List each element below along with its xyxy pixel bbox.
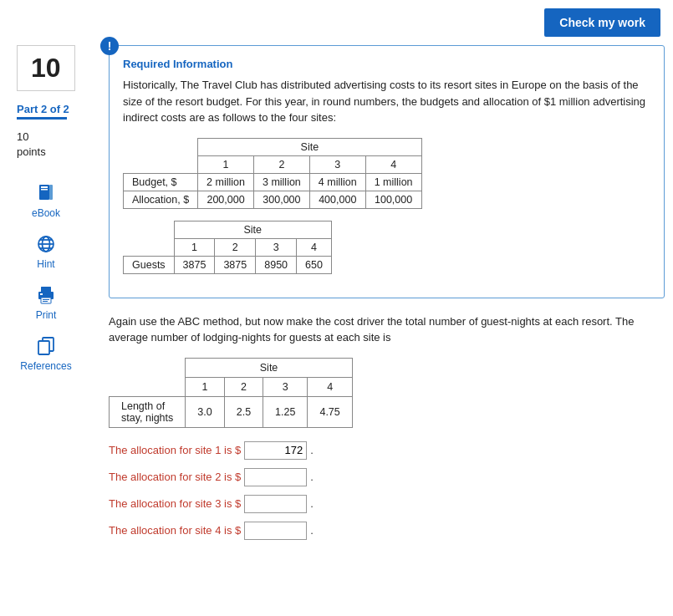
alloc-row-3: The allocation for site 3 is $ . (109, 495, 665, 513)
stay-table: Site 1 2 3 4 Length of stay, nights 3.0 … (109, 358, 353, 428)
svg-rect-1 (41, 186, 48, 188)
alloc-label-1: The allocation for site 1 is $ (109, 444, 241, 456)
alloc-row-1: The allocation for site 1 is $ . (109, 441, 665, 460)
guests-val-2: 3875 (215, 256, 256, 273)
stay-site-1: 1 (186, 377, 224, 396)
alloc-dot-4: . (310, 524, 314, 537)
info-box: ! Required Information Historically, The… (109, 45, 665, 298)
question-number: 10 (17, 45, 75, 91)
points-label: 10 points (17, 130, 46, 160)
info-title: Required Information (123, 58, 650, 70)
question-text: Again use the ABC method, but now make t… (109, 313, 665, 346)
guests-site-4: 4 (297, 238, 332, 256)
check-work-button[interactable]: Check my work (544, 8, 660, 37)
budget-site-4: 4 (365, 155, 421, 173)
stay-val-1: 3.0 (186, 396, 224, 427)
svg-rect-13 (43, 299, 49, 300)
guests-val-1: 3875 (174, 256, 215, 273)
references-label: References (20, 360, 71, 372)
budget-val-2: 3 million (253, 173, 309, 191)
top-bar: Check my work (0, 0, 673, 45)
sidebar-item-references[interactable]: References (17, 329, 75, 377)
alloc-row-4: The allocation for site 4 is $ . (109, 522, 665, 540)
alloc-input-1[interactable] (244, 441, 307, 460)
stay-row-label: Length of stay, nights (110, 396, 186, 427)
sidebar-tools: eBook Hint (17, 176, 75, 377)
alloc-dot-2: . (310, 471, 314, 483)
copy-icon (34, 334, 58, 358)
hint-label: Hint (37, 258, 54, 270)
svg-rect-9 (41, 287, 51, 293)
stay-val-3: 1.25 (263, 396, 308, 427)
guests-site-3: 3 (256, 238, 297, 256)
svg-rect-16 (38, 341, 49, 354)
budget-table-site-header: Site (198, 138, 421, 155)
allocation-section: The allocation for site 1 is $ . The all… (109, 441, 665, 540)
stay-val-2: 2.5 (224, 396, 263, 427)
guests-site-2: 2 (215, 238, 256, 256)
svg-rect-2 (41, 189, 48, 191)
stay-site-4: 4 (308, 377, 352, 396)
alloc-row-2: The allocation for site 2 is $ . (109, 468, 665, 486)
allocation-row-label: Allocation, $ (124, 191, 198, 208)
guests-val-4: 650 (297, 256, 332, 273)
ebook-label: eBook (32, 207, 60, 219)
svg-rect-14 (43, 301, 48, 302)
stay-site-3: 3 (263, 377, 308, 396)
book-icon (34, 181, 58, 205)
alloc-dot-3: . (310, 497, 314, 510)
svg-rect-12 (41, 298, 51, 303)
svg-rect-11 (40, 293, 43, 295)
alloc-label-3: The allocation for site 3 is $ (109, 497, 241, 510)
main-content: ! Required Information Historically, The… (100, 45, 665, 548)
allocation-val-4: 100,000 (365, 191, 421, 208)
allocation-val-2: 300,000 (253, 191, 309, 208)
sidebar-item-ebook[interactable]: eBook (17, 176, 75, 224)
guests-table: Site 1 2 3 4 Guests 3875 3875 8950 650 (123, 221, 332, 274)
guests-row-label: Guests (124, 256, 175, 273)
alloc-label-4: The allocation for site 4 is $ (109, 524, 241, 537)
main-layout: 10 Part 2 of 2 10 points eBook (0, 45, 673, 565)
part-label: Part 2 of 2 (17, 103, 69, 115)
budget-table: Site 1 2 3 4 Budget, $ 2 million 3 milli… (123, 138, 422, 209)
allocation-val-1: 200,000 (198, 191, 254, 208)
print-icon (34, 283, 58, 307)
alloc-input-4[interactable] (244, 522, 307, 540)
stay-val-4: 4.75 (308, 396, 352, 427)
guests-table-site-header: Site (174, 221, 331, 238)
allocation-val-3: 400,000 (309, 191, 365, 208)
info-icon: ! (100, 37, 119, 55)
globe-icon (34, 232, 58, 256)
budget-val-3: 4 million (309, 173, 365, 191)
alloc-dot-1: . (310, 444, 314, 456)
budget-row-label: Budget, $ (124, 173, 198, 191)
sidebar-item-hint[interactable]: Hint (17, 227, 75, 275)
stay-site-header: Site (186, 358, 352, 377)
alloc-input-2[interactable] (244, 468, 307, 486)
alloc-input-3[interactable] (244, 495, 307, 513)
budget-val-4: 1 million (365, 173, 421, 191)
budget-site-1: 1 (198, 155, 254, 173)
sidebar-item-print[interactable]: Print (17, 278, 75, 326)
svg-rect-3 (49, 185, 53, 200)
budget-site-2: 2 (253, 155, 309, 173)
budget-site-3: 3 (309, 155, 365, 173)
guests-site-1: 1 (174, 238, 215, 256)
print-label: Print (36, 309, 57, 321)
stay-site-2: 2 (224, 377, 263, 396)
guests-val-3: 8950 (256, 256, 297, 273)
part-underline (17, 117, 67, 120)
sidebar: 10 Part 2 of 2 10 points eBook (8, 45, 100, 548)
info-text: Historically, The Travel Club has distri… (123, 77, 650, 126)
budget-val-1: 2 million (198, 173, 254, 191)
alloc-label-2: The allocation for site 2 is $ (109, 471, 241, 483)
